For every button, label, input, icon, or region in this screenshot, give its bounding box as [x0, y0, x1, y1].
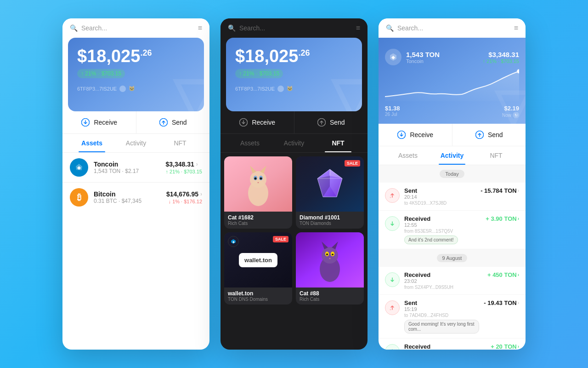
- balance-card-1: ▽ $18,025.26 ↑ 21% · $703.15 6TF8P3...7I…: [68, 38, 204, 111]
- svg-point-6: [250, 171, 266, 188]
- balance-address-1: 6TF8P3...7IS2UE 🐱: [77, 86, 195, 92]
- balance-amount-2: $18,025.26: [235, 47, 353, 66]
- recv-icon-3: [385, 344, 400, 350]
- nft-diamond1001[interactable]: SALE: [296, 156, 364, 229]
- asset-toncoin-amount: 1,543 TON · $2.17: [94, 168, 160, 174]
- nft-cat88[interactable]: Cat #88 Rich Cats: [296, 232, 364, 305]
- recv-icon-1: [385, 216, 400, 231]
- today-header: Today: [379, 165, 526, 183]
- activity-sent-1[interactable]: Sent 20:14 to 4K5D19...X7SJ8D - 15.784 T…: [379, 183, 526, 211]
- asset-toncoin[interactable]: ◈ Toncoin 1,543 TON · $2.17 $3,348.31 › …: [62, 153, 209, 182]
- svg-point-23: [322, 247, 338, 264]
- wallet-ton-text: wallet.ton: [239, 253, 277, 267]
- recv-address-1: from 8S3E5R...1S7Q5V: [404, 229, 481, 234]
- search-bar-1: 🔍 Search... ≡: [62, 18, 209, 38]
- balance-change-2: ↑ 21% · $703.15: [235, 69, 283, 78]
- tab-assets-1[interactable]: Assets: [70, 134, 114, 152]
- recv-amt-1: + 3.90 TON ›: [486, 215, 519, 222]
- search-icon-3: 🔍: [386, 24, 394, 32]
- sent-title-1: Sent: [404, 187, 476, 194]
- balance-change-1: ↑ 21% · $703.15: [77, 69, 125, 78]
- recv-icon-2: [385, 272, 400, 287]
- phone-light-assets: 🔍 Search... ≡ ▽ $18,025.26 ↑ 21% · $703.…: [62, 18, 209, 350]
- svg-point-12: [260, 178, 262, 180]
- activity-sent-2[interactable]: Sent 15:19 to 7AD4D9...Z4FHSD Good morni…: [379, 295, 526, 339]
- menu-icon-2[interactable]: ≡: [356, 24, 360, 32]
- svg-point-37: [390, 197, 391, 198]
- asset-bitcoin[interactable]: ₿ Bitcoin 0.31 BTC · $47,345 $14,676.95 …: [62, 183, 209, 212]
- tab-assets-3[interactable]: Assets: [386, 146, 430, 165]
- recv-time-1: 12:55: [404, 222, 481, 228]
- tab-nft-3[interactable]: NFT: [474, 146, 518, 165]
- nft-cat1682[interactable]: Cat #1682 Rich Cats: [224, 156, 292, 229]
- send-btn-1[interactable]: Send: [136, 111, 210, 133]
- tab-activity-1[interactable]: Activity: [114, 134, 158, 152]
- addr-qr-icon-1[interactable]: 🐱: [129, 86, 135, 92]
- search-input-1[interactable]: Search...: [81, 24, 194, 32]
- svg-point-28: [326, 253, 328, 255]
- search-bar-3: 🔍 Search... ≡: [379, 18, 526, 38]
- search-icon-1: 🔍: [70, 24, 78, 32]
- action-row-2: Receive Send: [220, 111, 368, 134]
- tab-activity-3[interactable]: Activity: [430, 146, 474, 165]
- nft-walletton[interactable]: SALE ◈ wallet.ton wallet.ton TON DNS Dom…: [224, 232, 292, 305]
- receive-btn-3[interactable]: Receive: [379, 124, 452, 146]
- svg-text:◈: ◈: [232, 241, 235, 243]
- send-btn-3[interactable]: Send: [452, 124, 526, 146]
- tabs-2: Assets Activity NFT: [220, 134, 368, 153]
- search-input-3[interactable]: Search...: [397, 24, 510, 32]
- receive-icon-2: [239, 118, 248, 127]
- asset-bitcoin-change: ↓ 1% · $176.12: [166, 199, 202, 204]
- chart-section: ▽ ◈ 1,543 TON Toncoin $3,348.31 ↑ 21% · …: [379, 38, 526, 124]
- menu-icon-1[interactable]: ≡: [198, 24, 202, 32]
- nft-content: Cat #1682 Rich Cats SALE: [220, 153, 368, 350]
- svg-text:◈: ◈: [77, 165, 81, 170]
- tab-nft-1[interactable]: NFT: [158, 134, 202, 152]
- addr-copy-icon-2[interactable]: [277, 86, 284, 92]
- balance-address-2: 6TF8P3...7IS2UE 🐱: [235, 86, 353, 92]
- sent-icon-2: [385, 300, 400, 315]
- chart-coin-name: 1,543 TON: [406, 51, 478, 58]
- svg-point-31: [332, 253, 333, 254]
- tab-activity-2[interactable]: Activity: [272, 134, 316, 152]
- search-input-2[interactable]: Search...: [239, 24, 352, 32]
- receive-btn-2[interactable]: Receive: [220, 111, 294, 133]
- chart-header: ◈ 1,543 TON Toncoin $3,348.31 ↑ 21% · $7…: [385, 43, 519, 69]
- recv-title-1: Received: [404, 215, 481, 222]
- receive-icon-3: [397, 130, 406, 139]
- send-icon-1: [159, 118, 168, 127]
- nft-wallet-name: wallet.ton: [228, 290, 288, 297]
- nft-diamond-name: Diamond #1001: [300, 214, 360, 221]
- activity-content: Today Sent 20:14 to 4K5D19...X7SJ8D - 15…: [379, 165, 526, 350]
- bitcoin-chevron: ›: [200, 191, 202, 197]
- receive-icon-1: [81, 118, 90, 127]
- send-btn-2[interactable]: Send: [294, 111, 368, 133]
- action-row-1: Receive Send: [62, 111, 209, 134]
- sent-address-1: to 4K5D19...X7SJ8D: [404, 201, 476, 206]
- nft-cat1-img: [224, 156, 292, 212]
- addr-copy-icon-1[interactable]: [119, 86, 126, 92]
- asset-toncoin-usd: $3,348.31 ›: [165, 161, 202, 168]
- search-bar-2: 🔍 Search... ≡: [220, 18, 368, 38]
- svg-point-38: [390, 309, 391, 310]
- tab-assets-2[interactable]: Assets: [228, 134, 272, 152]
- activity-recv-1[interactable]: Received 12:55 from 8S3E5R...1S7Q5V And …: [379, 211, 526, 249]
- ton-badge: ◈: [228, 236, 239, 247]
- phone-light-activity: 🔍 Search... ≡ ▽ ◈ 1,543 TON Toncoin $3,3…: [379, 18, 526, 350]
- send-icon-3: [475, 130, 484, 139]
- chart-footer: $1.38 26 Jul $2.19 Now ↻: [385, 103, 519, 120]
- activity-recv-2[interactable]: Received 23:02 from S2X4PY...D9S5UH + 45…: [379, 267, 526, 295]
- asset-toncoin-name: Toncoin: [94, 161, 160, 168]
- asset-toncoin-change: ↑ 21% · $703.15: [165, 169, 202, 174]
- asset-bitcoin-usd: $14,676.95 ›: [166, 190, 202, 198]
- tab-nft-2[interactable]: NFT: [316, 134, 360, 152]
- addr-qr-icon-2[interactable]: 🐱: [287, 86, 293, 92]
- asset-bitcoin-amount: 0.31 BTC · $47,345: [94, 198, 161, 204]
- nft-cat2-img: [296, 232, 364, 288]
- receive-btn-1[interactable]: Receive: [62, 111, 136, 133]
- nft-grid: Cat #1682 Rich Cats SALE: [220, 153, 368, 308]
- menu-icon-3[interactable]: ≡: [514, 24, 518, 32]
- bitcoin-icon: ₿: [70, 188, 88, 207]
- activity-recv-3[interactable]: Received 10:49 from I9AS7N...8D3HQA + 20…: [379, 339, 526, 350]
- search-icon-2: 🔍: [228, 24, 236, 32]
